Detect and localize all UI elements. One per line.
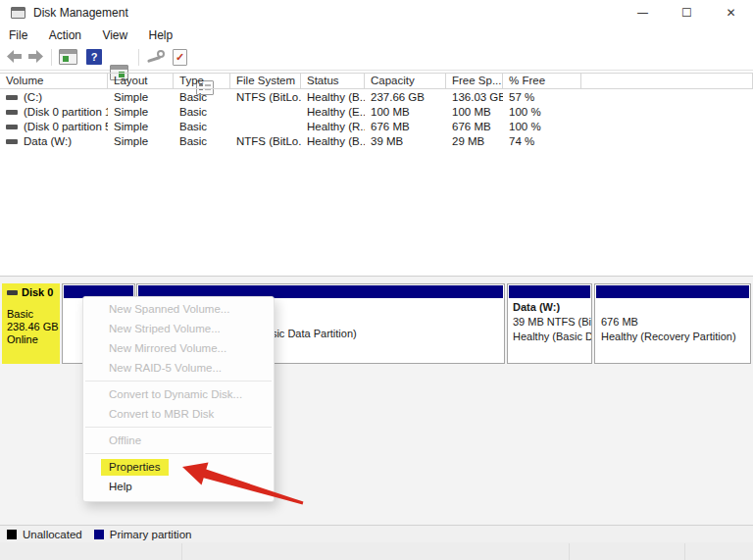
menu-separator (85, 453, 272, 454)
disk0-status: Online (7, 333, 60, 345)
menu-item-new-spanned-volume: New Spanned Volume... (83, 299, 274, 319)
title-bar: Disk Management — ☐ ✕ (0, 0, 753, 26)
disk-management-window: Disk Management — ☐ ✕ File Action View H… (0, 0, 753, 542)
menu-item-convert-to-dynamic-disk: Convert to Dynamic Disk... (83, 384, 274, 404)
menu-item-new-striped-volume: New Striped Volume... (83, 319, 274, 338)
checklist-icon[interactable]: ✓ (173, 49, 187, 66)
toolbar: ? ✓ (0, 45, 753, 71)
volume-icon (6, 139, 18, 144)
disk-icon (7, 290, 18, 295)
legend-bar: Unallocated Primary partition (0, 525, 753, 542)
disk-management-app-icon (11, 7, 25, 19)
desktop-strip (0, 543, 753, 560)
menu-item-help[interactable]: Help (83, 477, 274, 496)
menu-item-convert-to-mbr-disk: Convert to MBR Disk (83, 404, 274, 424)
maximize-button[interactable]: ☐ (665, 0, 709, 26)
disk0-panel[interactable]: Disk 0 Basic 238.46 GB Online (2, 283, 60, 364)
table-row[interactable]: (Disk 0 partition 5) Simple Basic Health… (0, 121, 753, 135)
column-header-empty (581, 74, 753, 88)
window-controls: — ☐ ✕ (621, 0, 753, 26)
column-header-free-space[interactable]: Free Sp... (446, 74, 503, 88)
column-header-type[interactable]: Type (174, 74, 230, 88)
menu-item-new-raid5-volume: New RAID-5 Volume... (83, 358, 274, 378)
menu-help[interactable]: Help (140, 26, 182, 45)
menu-bar: File Action View Help (0, 26, 753, 45)
console-window-icon[interactable] (59, 49, 77, 65)
primary-partition-bar (509, 285, 590, 298)
menu-separator (85, 427, 272, 428)
legend-primary-partition-label: Primary partition (110, 529, 192, 540)
legend-unallocated-label: Unallocated (23, 529, 82, 540)
disk-context-menu: New Spanned Volume... New Striped Volume… (82, 296, 275, 502)
back-arrow-icon[interactable] (6, 49, 23, 64)
menu-item-offline: Offline (83, 431, 274, 450)
menu-view[interactable]: View (93, 26, 136, 45)
forward-arrow-icon[interactable] (27, 49, 44, 64)
toolbar-separator (138, 49, 139, 66)
disk0-type: Basic (7, 308, 60, 320)
column-header-pct-free[interactable]: % Free (503, 74, 581, 88)
column-header-file-system[interactable]: File System (230, 74, 301, 88)
menu-item-new-mirrored-volume: New Mirrored Volume... (83, 338, 274, 358)
column-header-status[interactable]: Status (301, 74, 365, 88)
volume-icon (6, 125, 18, 129)
column-header-capacity[interactable]: Capacity (365, 74, 446, 88)
table-row[interactable]: (Disk 0 partition 1) Simple Basic Health… (0, 106, 753, 121)
minimize-button[interactable]: — (621, 0, 665, 26)
window-title: Disk Management (33, 6, 128, 20)
partition-data-w[interactable]: Data (W:) 39 MB NTFS (Bitl Healthy (Basi… (507, 283, 592, 364)
menu-separator (85, 381, 272, 382)
menu-file[interactable]: File (0, 26, 36, 45)
table-row[interactable]: (C:) Simple Basic NTFS (BitLo... Healthy… (0, 91, 753, 106)
tools-icon[interactable] (145, 49, 165, 65)
partition-data-label: Data (W:) 39 MB NTFS (Bitl Healthy (Basi… (513, 300, 592, 344)
column-header-layout[interactable]: Layout (108, 74, 174, 88)
primary-partition-swatch (94, 530, 104, 539)
partition-recovery-label: 676 MB Healthy (Recovery Partition) (601, 315, 736, 344)
disk0-size: 238.46 GB (7, 321, 60, 332)
volume-table-header: Volume Layout Type File System Status Ca… (0, 73, 753, 89)
volume-icon (6, 95, 18, 100)
unallocated-swatch (7, 530, 17, 539)
volume-icon (6, 110, 18, 115)
primary-partition-bar (596, 285, 749, 298)
partition-recovery[interactable]: 676 MB Healthy (Recovery Partition) (594, 283, 751, 364)
menu-action[interactable]: Action (40, 26, 90, 45)
toolbar-separator (51, 49, 52, 66)
help-icon[interactable]: ? (86, 49, 102, 65)
column-header-volume[interactable]: Volume (0, 74, 108, 88)
desktop: Disk Management — ☐ ✕ File Action View H… (0, 0, 753, 560)
table-row[interactable]: Data (W:) Simple Basic NTFS (BitLo... He… (0, 135, 753, 150)
close-button[interactable]: ✕ (709, 0, 753, 26)
menu-item-properties[interactable]: Properties (83, 457, 274, 477)
